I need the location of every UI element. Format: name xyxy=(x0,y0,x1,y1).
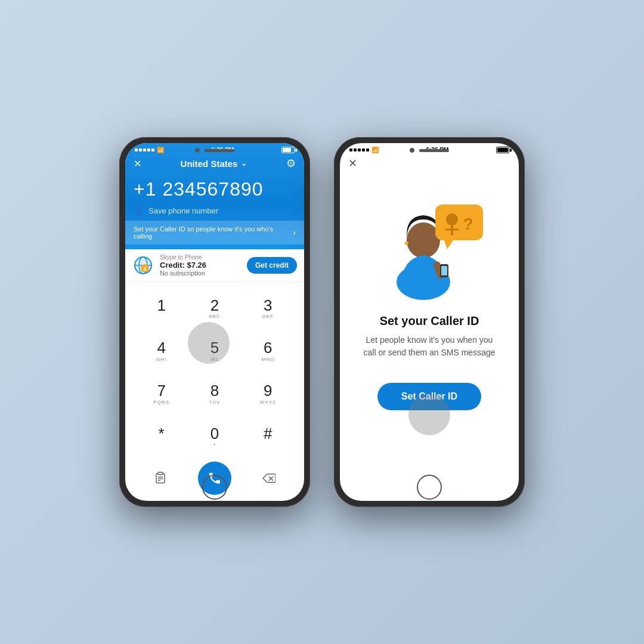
dial-key-2[interactable]: 2 abc xyxy=(196,287,234,330)
dial-sub-8: tuv xyxy=(209,400,220,405)
wifi-icon: 📶 xyxy=(157,147,164,153)
clipboard-button[interactable] xyxy=(147,465,174,491)
save-number-label: Save phone number xyxy=(148,206,218,215)
dial-key-3[interactable]: 3 def xyxy=(249,287,287,330)
phone-2: 📶 6:36 PM ✕ xyxy=(334,137,525,507)
caller-id-banner-text: Set your Caller ID so people know it's y… xyxy=(134,225,293,240)
phone-2-screen: 📶 6:36 PM ✕ xyxy=(340,143,519,501)
dial-key-hash[interactable]: # xyxy=(249,415,287,458)
earpiece-speaker xyxy=(205,149,234,152)
home-button-1[interactable] xyxy=(202,475,227,500)
dial-num-7: 7 xyxy=(157,382,165,400)
signal-dot-3 xyxy=(143,148,146,151)
front-camera xyxy=(195,148,200,153)
svg-text:?: ? xyxy=(463,215,473,233)
signal-dots xyxy=(135,148,154,151)
backspace-button[interactable] xyxy=(256,465,282,491)
banner-arrow-icon: › xyxy=(293,228,296,237)
dial-num-8: 8 xyxy=(210,382,219,400)
battery-icon-2 xyxy=(496,147,509,153)
dial-num-0: 0 xyxy=(210,425,219,442)
dial-key-9[interactable]: 9 wxyz xyxy=(249,373,287,416)
dial-num-9: 9 xyxy=(264,382,272,400)
dial-num-star: * xyxy=(159,425,165,442)
status-left-2: 📶 xyxy=(349,147,379,153)
settings-icon[interactable]: ⚙ xyxy=(286,157,296,170)
add-contact-icon: 👤 xyxy=(134,205,145,216)
close-button-1[interactable]: ✕ xyxy=(134,158,141,169)
front-camera-2 xyxy=(410,148,414,153)
dial-key-5[interactable]: 5 jkl xyxy=(196,330,234,373)
svg-text:$: $ xyxy=(143,266,146,272)
dial-sub-6: mno xyxy=(261,357,274,363)
dial-key-1[interactable]: 1 xyxy=(143,287,181,330)
signal-dot-2 xyxy=(139,148,142,151)
caller-id-illustration: ? xyxy=(340,175,519,309)
chevron-down-icon: ⌄ xyxy=(241,159,247,168)
caller-id-content: Set your Caller ID Let people know it's … xyxy=(340,309,519,371)
battery-fill-1 xyxy=(283,148,291,152)
set-caller-id-button[interactable]: Set Caller ID xyxy=(377,383,481,410)
dial-num-hash: # xyxy=(264,425,272,442)
dialpad-row-4: * 0 + # xyxy=(135,415,295,458)
home-button-2[interactable] xyxy=(417,475,442,500)
dial-sub-4: ghi xyxy=(156,357,166,363)
signal-dot-4 xyxy=(147,148,150,151)
caller-id-description: Let people know it's you when you call o… xyxy=(359,334,500,359)
dial-sub-0: + xyxy=(213,442,216,448)
svg-rect-19 xyxy=(435,205,483,240)
wifi-icon-2: 📶 xyxy=(371,147,379,153)
dialpad-row-2: 4 ghi 5 jkl 6 mno xyxy=(135,330,295,373)
dial-num-3: 3 xyxy=(264,297,272,314)
signal-dot-2-4 xyxy=(362,148,365,151)
caller-id-title: Set your Caller ID xyxy=(359,314,500,328)
country-selector[interactable]: United States ⌄ xyxy=(181,159,247,169)
svg-point-14 xyxy=(407,222,440,258)
svg-rect-7 xyxy=(158,472,163,475)
dialpad-row-3: 7 pqrs 8 tuv 9 wxyz xyxy=(135,373,295,416)
signal-dot-1 xyxy=(135,148,138,151)
svg-point-21 xyxy=(446,213,458,225)
dialpad: 1 2 abc 3 def 4 ghi 5 j xyxy=(125,282,304,458)
status-left-1: 📶 xyxy=(135,147,164,153)
signal-dot-2-1 xyxy=(349,148,352,151)
signal-dot-2-3 xyxy=(358,148,361,151)
dial-key-0[interactable]: 0 + xyxy=(196,415,234,458)
dialpad-row-1: 1 2 abc 3 def xyxy=(135,287,295,330)
svg-rect-18 xyxy=(441,266,447,275)
dial-key-star[interactable]: * xyxy=(143,415,181,458)
dial-sub-2: abc xyxy=(209,314,220,320)
signal-dot-2-2 xyxy=(354,148,357,151)
status-right-1 xyxy=(281,147,295,153)
signal-dot-5 xyxy=(151,148,154,151)
svg-point-15 xyxy=(405,242,408,245)
dial-key-6[interactable]: 6 mno xyxy=(249,330,287,373)
get-credit-button[interactable]: Get credit xyxy=(247,257,297,274)
dial-key-8[interactable]: 8 tuv xyxy=(196,373,234,416)
credit-subscription: No subscription xyxy=(160,270,241,277)
credit-label: Skype to Phone xyxy=(160,254,241,261)
phone-2-top-bar xyxy=(410,148,449,153)
dial-key-7[interactable]: 7 pqrs xyxy=(143,373,181,416)
dial-num-6: 6 xyxy=(264,339,272,357)
credit-section: $ Skype to Phone Credit: $7.26 No subscr… xyxy=(125,249,304,282)
phone-1-screen: 📶 6:36 PM ✕ United States ⌄ ⚙ +1 xyxy=(125,143,304,501)
caller-id-banner[interactable]: Set your Caller ID so people know it's y… xyxy=(125,221,304,244)
save-number-row[interactable]: 👤 Save phone number xyxy=(125,204,304,221)
dialer-header: 📶 6:36 PM ✕ United States ⌄ ⚙ +1 xyxy=(125,143,304,249)
phone-number-display: +1 234567890 xyxy=(125,172,304,204)
dial-sub-5: jkl xyxy=(210,357,220,363)
dial-num-1: 1 xyxy=(157,297,165,314)
close-button-2[interactable]: ✕ xyxy=(348,157,357,170)
earpiece-speaker-2 xyxy=(419,149,449,152)
dial-key-4[interactable]: 4 ghi xyxy=(143,330,181,373)
dial-num-2: 2 xyxy=(210,297,219,314)
battery-fill-2 xyxy=(497,148,508,152)
svg-marker-20 xyxy=(444,240,453,249)
battery-icon-1 xyxy=(281,147,295,153)
phone-1-top-bar xyxy=(195,148,234,153)
status-right-2 xyxy=(496,147,509,153)
phone-1: 📶 6:36 PM ✕ United States ⌄ ⚙ +1 xyxy=(119,137,310,507)
dial-num-4: 4 xyxy=(157,339,165,357)
dial-sub-7: pqrs xyxy=(153,400,169,405)
